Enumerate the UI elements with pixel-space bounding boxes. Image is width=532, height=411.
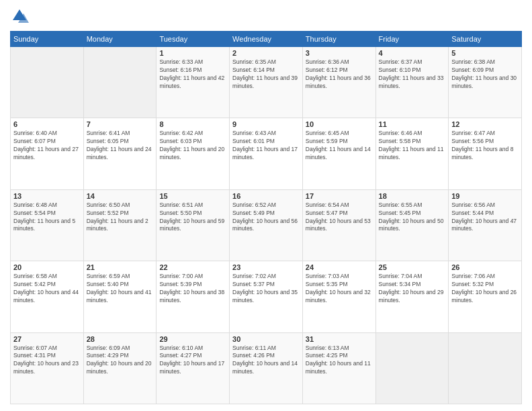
weekday-row: SundayMondayTuesdayWednesdayThursdayFrid… bbox=[11, 32, 522, 47]
day-info: Sunrise: 6:52 AM Sunset: 5:49 PM Dayligh… bbox=[232, 201, 300, 234]
day-number: 3 bbox=[306, 49, 373, 57]
day-info: Sunrise: 7:06 AM Sunset: 5:32 PM Dayligh… bbox=[451, 273, 519, 305]
day-number: 22 bbox=[159, 263, 226, 271]
day-info: Sunrise: 6:37 AM Sunset: 6:10 PM Dayligh… bbox=[379, 58, 446, 91]
day-number: 27 bbox=[13, 335, 81, 343]
day-info: Sunrise: 6:58 AM Sunset: 5:42 PM Dayligh… bbox=[13, 273, 81, 305]
day-number: 15 bbox=[159, 192, 226, 200]
header bbox=[10, 7, 522, 26]
day-info: Sunrise: 6:43 AM Sunset: 6:01 PM Dayligh… bbox=[232, 130, 300, 162]
week-row-2: 13Sunrise: 6:48 AM Sunset: 5:54 PM Dayli… bbox=[11, 189, 522, 261]
calendar-cell: 21Sunrise: 6:59 AM Sunset: 5:40 PM Dayli… bbox=[83, 261, 157, 332]
day-info: Sunrise: 6:48 AM Sunset: 5:54 PM Dayligh… bbox=[13, 201, 81, 234]
calendar-cell: 19Sunrise: 6:56 AM Sunset: 5:44 PM Dayli… bbox=[449, 189, 522, 261]
weekday-header-saturday: Saturday bbox=[449, 32, 522, 47]
calendar-cell: 6Sunrise: 6:40 AM Sunset: 6:07 PM Daylig… bbox=[11, 118, 84, 189]
calendar-cell: 4Sunrise: 6:37 AM Sunset: 6:10 PM Daylig… bbox=[375, 47, 449, 118]
day-number: 2 bbox=[232, 49, 300, 57]
day-number: 12 bbox=[451, 120, 519, 128]
day-info: Sunrise: 6:33 AM Sunset: 6:16 PM Dayligh… bbox=[159, 58, 226, 91]
day-info: Sunrise: 6:59 AM Sunset: 5:40 PM Dayligh… bbox=[87, 273, 154, 305]
calendar-cell: 16Sunrise: 6:52 AM Sunset: 5:49 PM Dayli… bbox=[230, 189, 303, 261]
weekday-header-tuesday: Tuesday bbox=[157, 32, 230, 47]
calendar-cell bbox=[83, 47, 157, 118]
day-number: 21 bbox=[87, 263, 154, 271]
day-info: Sunrise: 6:09 AM Sunset: 4:29 PM Dayligh… bbox=[87, 345, 154, 377]
day-number: 9 bbox=[232, 120, 300, 128]
week-row-4: 27Sunrise: 6:07 AM Sunset: 4:31 PM Dayli… bbox=[11, 332, 522, 404]
day-number: 6 bbox=[13, 120, 81, 128]
day-info: Sunrise: 6:36 AM Sunset: 6:12 PM Dayligh… bbox=[306, 58, 373, 91]
calendar-cell: 1Sunrise: 6:33 AM Sunset: 6:16 PM Daylig… bbox=[157, 47, 230, 118]
calendar-cell: 25Sunrise: 7:04 AM Sunset: 5:34 PM Dayli… bbox=[375, 261, 449, 332]
day-info: Sunrise: 6:50 AM Sunset: 5:52 PM Dayligh… bbox=[87, 201, 154, 234]
calendar-cell: 30Sunrise: 6:11 AM Sunset: 4:26 PM Dayli… bbox=[230, 332, 303, 404]
day-number: 1 bbox=[159, 49, 226, 57]
calendar-cell: 23Sunrise: 7:02 AM Sunset: 5:37 PM Dayli… bbox=[230, 261, 303, 332]
day-info: Sunrise: 6:55 AM Sunset: 5:45 PM Dayligh… bbox=[379, 201, 446, 234]
week-row-1: 6Sunrise: 6:40 AM Sunset: 6:07 PM Daylig… bbox=[11, 118, 522, 189]
calendar-cell: 2Sunrise: 6:35 AM Sunset: 6:14 PM Daylig… bbox=[230, 47, 303, 118]
day-info: Sunrise: 6:47 AM Sunset: 5:56 PM Dayligh… bbox=[451, 130, 519, 162]
calendar-cell: 14Sunrise: 6:50 AM Sunset: 5:52 PM Dayli… bbox=[83, 189, 157, 261]
week-row-3: 20Sunrise: 6:58 AM Sunset: 5:42 PM Dayli… bbox=[11, 261, 522, 332]
calendar-cell: 12Sunrise: 6:47 AM Sunset: 5:56 PM Dayli… bbox=[449, 118, 522, 189]
day-number: 14 bbox=[87, 192, 154, 200]
day-number: 30 bbox=[232, 335, 300, 343]
day-number: 13 bbox=[13, 192, 81, 200]
calendar-cell: 29Sunrise: 6:10 AM Sunset: 4:27 PM Dayli… bbox=[157, 332, 230, 404]
calendar-cell: 13Sunrise: 6:48 AM Sunset: 5:54 PM Dayli… bbox=[11, 189, 84, 261]
weekday-header-wednesday: Wednesday bbox=[230, 32, 303, 47]
calendar-cell: 3Sunrise: 6:36 AM Sunset: 6:12 PM Daylig… bbox=[302, 47, 375, 118]
calendar-cell: 10Sunrise: 6:45 AM Sunset: 5:59 PM Dayli… bbox=[302, 118, 375, 189]
day-info: Sunrise: 6:41 AM Sunset: 6:05 PM Dayligh… bbox=[87, 130, 154, 162]
calendar-cell: 18Sunrise: 6:55 AM Sunset: 5:45 PM Dayli… bbox=[375, 189, 449, 261]
weekday-header-thursday: Thursday bbox=[302, 32, 375, 47]
day-number: 31 bbox=[306, 335, 373, 343]
day-info: Sunrise: 7:04 AM Sunset: 5:34 PM Dayligh… bbox=[379, 273, 446, 305]
calendar-cell: 26Sunrise: 7:06 AM Sunset: 5:32 PM Dayli… bbox=[449, 261, 522, 332]
calendar-header: SundayMondayTuesdayWednesdayThursdayFrid… bbox=[11, 32, 522, 47]
day-info: Sunrise: 6:11 AM Sunset: 4:26 PM Dayligh… bbox=[232, 345, 300, 377]
day-number: 20 bbox=[13, 263, 81, 271]
calendar-cell bbox=[11, 47, 84, 118]
calendar-cell bbox=[449, 332, 522, 404]
day-number: 26 bbox=[451, 263, 519, 271]
day-number: 5 bbox=[451, 49, 519, 57]
day-number: 18 bbox=[379, 192, 446, 200]
logo-icon bbox=[10, 7, 29, 26]
day-number: 11 bbox=[379, 120, 446, 128]
calendar-cell: 11Sunrise: 6:46 AM Sunset: 5:58 PM Dayli… bbox=[375, 118, 449, 189]
day-info: Sunrise: 6:45 AM Sunset: 5:59 PM Dayligh… bbox=[306, 130, 373, 162]
day-number: 29 bbox=[159, 335, 226, 343]
day-info: Sunrise: 7:03 AM Sunset: 5:35 PM Dayligh… bbox=[306, 273, 373, 305]
day-info: Sunrise: 6:35 AM Sunset: 6:14 PM Dayligh… bbox=[232, 58, 300, 91]
calendar-cell: 31Sunrise: 6:13 AM Sunset: 4:25 PM Dayli… bbox=[302, 332, 375, 404]
day-number: 7 bbox=[87, 120, 154, 128]
day-info: Sunrise: 6:10 AM Sunset: 4:27 PM Dayligh… bbox=[159, 345, 226, 377]
weekday-header-friday: Friday bbox=[375, 32, 449, 47]
day-number: 16 bbox=[232, 192, 300, 200]
calendar-cell: 27Sunrise: 6:07 AM Sunset: 4:31 PM Dayli… bbox=[11, 332, 84, 404]
calendar-cell: 9Sunrise: 6:43 AM Sunset: 6:01 PM Daylig… bbox=[230, 118, 303, 189]
week-row-0: 1Sunrise: 6:33 AM Sunset: 6:16 PM Daylig… bbox=[11, 47, 522, 118]
calendar-cell bbox=[375, 332, 449, 404]
day-info: Sunrise: 7:00 AM Sunset: 5:39 PM Dayligh… bbox=[159, 273, 226, 305]
day-number: 4 bbox=[379, 49, 446, 57]
calendar-cell: 28Sunrise: 6:09 AM Sunset: 4:29 PM Dayli… bbox=[83, 332, 157, 404]
day-info: Sunrise: 6:13 AM Sunset: 4:25 PM Dayligh… bbox=[306, 345, 373, 377]
calendar-cell: 5Sunrise: 6:38 AM Sunset: 6:09 PM Daylig… bbox=[449, 47, 522, 118]
day-number: 28 bbox=[87, 335, 154, 343]
day-number: 19 bbox=[451, 192, 519, 200]
day-info: Sunrise: 6:42 AM Sunset: 6:03 PM Dayligh… bbox=[159, 130, 226, 162]
day-info: Sunrise: 6:54 AM Sunset: 5:47 PM Dayligh… bbox=[306, 201, 373, 234]
day-info: Sunrise: 6:46 AM Sunset: 5:58 PM Dayligh… bbox=[379, 130, 446, 162]
day-info: Sunrise: 6:51 AM Sunset: 5:50 PM Dayligh… bbox=[159, 201, 226, 234]
weekday-header-monday: Monday bbox=[83, 32, 157, 47]
day-info: Sunrise: 6:56 AM Sunset: 5:44 PM Dayligh… bbox=[451, 201, 519, 234]
page: SundayMondayTuesdayWednesdayThursdayFrid… bbox=[0, 0, 532, 411]
day-number: 10 bbox=[306, 120, 373, 128]
weekday-header-sunday: Sunday bbox=[11, 32, 84, 47]
calendar-cell: 22Sunrise: 7:00 AM Sunset: 5:39 PM Dayli… bbox=[157, 261, 230, 332]
day-number: 8 bbox=[159, 120, 226, 128]
